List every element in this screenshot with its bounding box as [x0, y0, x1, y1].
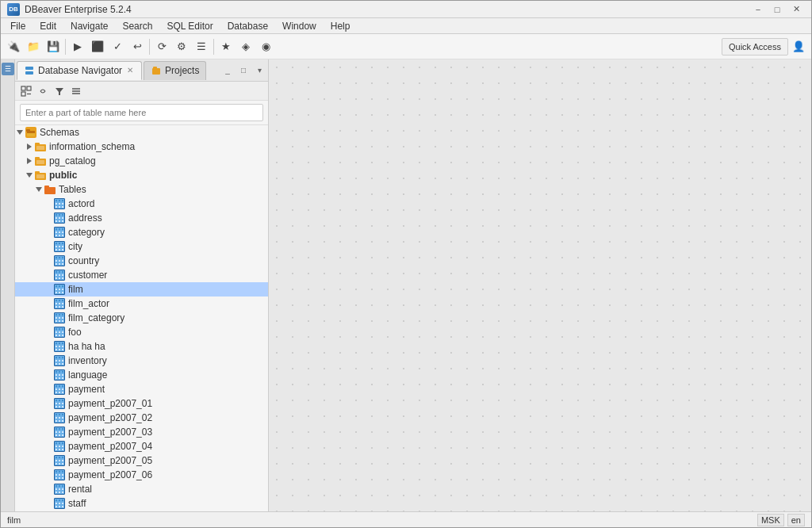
expander-payment_p2007_01[interactable] [44, 396, 53, 411]
tree-node-category[interactable]: category [15, 225, 268, 239]
toolbar-extra3[interactable]: ◉ [256, 37, 275, 56]
menu-window[interactable]: Window [276, 19, 323, 33]
tree-node-public[interactable]: public [15, 168, 268, 182]
expander-payment_p2007_04[interactable] [44, 439, 53, 453]
tree-node-payment_p2007_03[interactable]: payment_p2007_03 [15, 425, 268, 439]
tree-node-actord[interactable]: actord [15, 197, 268, 211]
link-with-editor-btn[interactable] [35, 84, 51, 98]
tab-db-nav-close[interactable]: ✕ [125, 66, 135, 75]
expander-ha_ha_ha[interactable] [44, 339, 53, 354]
expander-pg_catalog[interactable] [25, 154, 34, 168]
quick-access-button[interactable]: Quick Access [722, 38, 788, 55]
tree-node-payment[interactable]: payment [15, 382, 268, 396]
tree-node-city[interactable]: city [15, 239, 268, 254]
menu-help[interactable]: Help [324, 19, 357, 33]
tab-min-btn[interactable]: _ [220, 63, 235, 78]
expander-payment_p2007_02[interactable] [44, 411, 53, 425]
collapse-all-btn[interactable] [18, 84, 34, 98]
expander-schemas[interactable] [15, 125, 25, 140]
edge-nav-btn[interactable]: ☰ [2, 63, 14, 75]
expander-language[interactable] [44, 368, 53, 382]
expander-address[interactable] [44, 211, 53, 225]
expander-category[interactable] [44, 225, 53, 239]
tree-menu-btn[interactable] [68, 84, 84, 98]
tree-node-payment_p2007_05[interactable]: payment_p2007_05 [15, 453, 268, 468]
tab-database-navigator[interactable]: Database Navigator ✕ [17, 61, 142, 80]
toolbar-extra1[interactable]: ★ [216, 37, 236, 56]
menu-search[interactable]: Search [116, 19, 159, 33]
toolbar-open[interactable]: 📁 [24, 37, 43, 56]
tab-projects-label: Projects [165, 65, 199, 76]
tree-node-ha_ha_ha[interactable]: ha ha ha [15, 339, 268, 354]
toolbar-user[interactable]: 👤 [789, 37, 808, 56]
tree-node-address[interactable]: address [15, 211, 268, 225]
expander-information_schema[interactable] [25, 140, 34, 154]
tree-node-film[interactable]: film [15, 282, 268, 297]
tree-node-staff[interactable]: staff [15, 496, 268, 511]
tree-node-payment_p2007_06[interactable]: payment_p2007_06 [15, 468, 268, 482]
tree-node-customer[interactable]: customer [15, 268, 268, 282]
tree-node-pg_catalog[interactable]: pg_catalog [15, 154, 268, 168]
tab-max-btn[interactable]: □ [236, 63, 251, 78]
expander-country[interactable] [44, 254, 53, 268]
close-button[interactable]: ✕ [787, 3, 805, 16]
tree-node-language[interactable]: language [15, 368, 268, 382]
expander-customer[interactable] [44, 268, 53, 282]
minimize-button[interactable]: − [749, 3, 767, 16]
tree-area[interactable]: Schemas information_schema pg_catalog pu… [15, 125, 268, 511]
tree-toolbar [15, 82, 268, 101]
toolbar-prefs[interactable]: ☰ [192, 37, 211, 56]
toolbar-save[interactable]: 💾 [44, 37, 63, 56]
menu-navigate[interactable]: Navigate [64, 19, 114, 33]
toolbar-sep-2 [149, 39, 150, 55]
toolbar-commit[interactable]: ✓ [108, 37, 127, 56]
toolbar-extra2[interactable]: ◈ [236, 37, 255, 56]
expander-film_category[interactable] [44, 311, 53, 325]
menu-sql-editor[interactable]: SQL Editor [160, 19, 219, 33]
expander-tables[interactable] [34, 182, 44, 197]
expander-rental[interactable] [44, 482, 53, 496]
table-search-input[interactable] [20, 104, 263, 121]
toolbar-refresh[interactable]: ⟳ [152, 37, 171, 56]
node-label-category: category [68, 227, 105, 238]
expander-inventory[interactable] [44, 354, 53, 368]
expander-payment_p2007_05[interactable] [44, 453, 53, 468]
toolbar-run[interactable]: ▶ [68, 37, 87, 56]
toolbar-stop[interactable]: ⬛ [88, 37, 107, 56]
tree-node-foo[interactable]: foo [15, 325, 268, 339]
tree-node-country[interactable]: country [15, 254, 268, 268]
tree-node-inventory[interactable]: inventory [15, 354, 268, 368]
expander-city[interactable] [44, 239, 53, 254]
expander-payment_p2007_03[interactable] [44, 425, 53, 439]
svg-marker-16 [27, 143, 32, 150]
toolbar-rollback[interactable]: ↩ [128, 37, 147, 56]
tree-node-tables[interactable]: Tables [15, 182, 268, 197]
svg-marker-28 [36, 187, 42, 192]
expander-foo[interactable] [44, 325, 53, 339]
expander-public[interactable] [25, 168, 34, 182]
node-label-tables: Tables [59, 184, 86, 195]
tree-node-rental[interactable]: rental [15, 482, 268, 496]
tree-node-payment_p2007_04[interactable]: payment_p2007_04 [15, 439, 268, 453]
filter-btn[interactable] [52, 84, 67, 98]
tree-node-payment_p2007_02[interactable]: payment_p2007_02 [15, 411, 268, 425]
tab-projects[interactable]: Projects [144, 61, 206, 80]
maximize-button[interactable]: □ [768, 3, 786, 16]
tree-node-payment_p2007_01[interactable]: payment_p2007_01 [15, 396, 268, 411]
expander-staff[interactable] [44, 496, 53, 511]
tree-node-film_category[interactable]: film_category [15, 311, 268, 325]
menu-edit[interactable]: Edit [33, 19, 63, 33]
tree-node-information_schema[interactable]: information_schema [15, 140, 268, 154]
toolbar-settings[interactable]: ⚙ [172, 37, 191, 56]
tab-menu-btn[interactable]: ▾ [252, 63, 266, 78]
expander-payment[interactable] [44, 382, 53, 396]
menu-file[interactable]: File [4, 19, 32, 33]
expander-film_actor[interactable] [44, 297, 53, 311]
tree-node-schemas[interactable]: Schemas [15, 125, 268, 140]
menu-database[interactable]: Database [221, 19, 274, 33]
tree-node-film_actor[interactable]: film_actor [15, 297, 268, 311]
expander-actord[interactable] [44, 197, 53, 211]
expander-film[interactable] [44, 282, 53, 297]
toolbar-new-conn[interactable]: 🔌 [4, 37, 23, 56]
expander-payment_p2007_06[interactable] [44, 468, 53, 482]
